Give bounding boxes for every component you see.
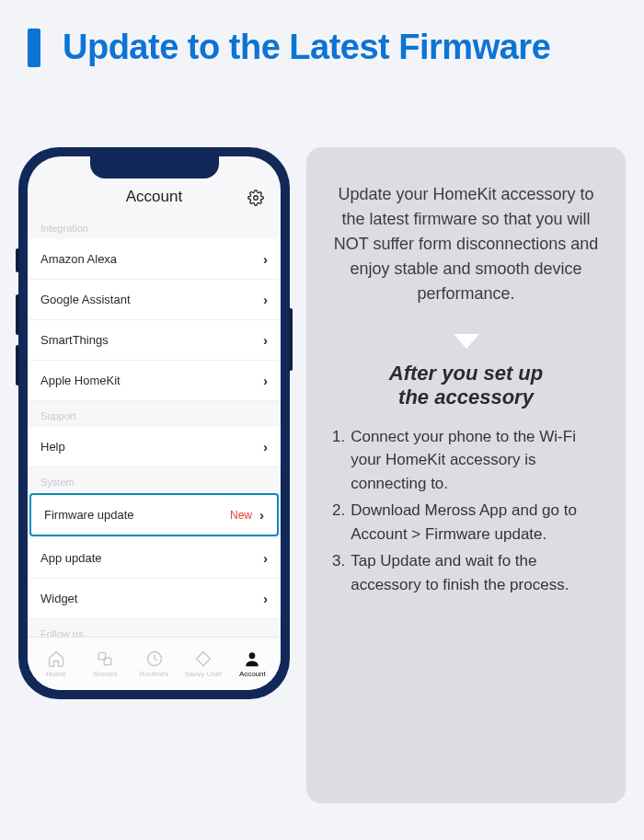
tab-label: Scenes (93, 670, 118, 678)
step-text: Tap Update and wait fo the accessory to … (351, 549, 604, 596)
list-item-app-update[interactable]: App update › (28, 538, 281, 579)
phone-side-button (289, 308, 293, 371)
phone-notch (90, 156, 219, 178)
tab-bar: Home Scenes Routines Savvy User Account (28, 637, 281, 690)
step-number: 2. (332, 499, 345, 546)
step-number: 1. (332, 425, 345, 496)
step-number: 3. (332, 549, 345, 596)
svg-point-4 (249, 652, 256, 659)
tab-home[interactable]: Home (31, 650, 80, 678)
phone-mockup: Account Integration Amazon Alexa › Googl… (18, 147, 290, 699)
phone-side-button (16, 294, 19, 335)
tab-savvy-user[interactable]: Savvy User (178, 650, 227, 678)
tab-label: Account (239, 670, 266, 678)
list-item-label: SmartThings (40, 333, 109, 347)
step-text: Connect your phone to the Wi-Fi your Hom… (351, 425, 604, 496)
list-item-label: Help (40, 440, 65, 454)
chevron-right-icon: › (263, 332, 268, 348)
step-text: Download Meross App and go to Account > … (351, 499, 604, 546)
diamond-icon (194, 650, 213, 668)
clock-icon (145, 650, 164, 668)
new-badge: New (230, 509, 252, 522)
phone-side-button (16, 345, 19, 385)
subtitle: After you set up the accessory (328, 362, 604, 410)
tab-account[interactable]: Account (228, 650, 277, 678)
chevron-right-icon: › (263, 439, 268, 455)
info-card: Update your HomeKit accessory to the lat… (306, 147, 626, 803)
screen-header-title: Account (126, 188, 182, 206)
scenes-icon (96, 650, 114, 668)
section-label-integration: Integration (28, 213, 281, 239)
chevron-right-icon: › (263, 251, 268, 267)
gear-icon[interactable] (247, 190, 264, 206)
list-item-label: Apple HomeKit (40, 374, 121, 387)
home-icon (47, 650, 65, 668)
chevron-right-icon: › (263, 550, 268, 566)
section-label-follow: Follow us (28, 619, 281, 637)
chevron-right-icon: › (263, 591, 268, 606)
section-label-support: Support (28, 401, 281, 427)
tab-label: Routines (140, 670, 169, 678)
list-item-google[interactable]: Google Assistant › (28, 280, 281, 320)
subtitle-line2: the accessory (398, 385, 534, 408)
tab-label: Home (46, 670, 65, 678)
list-item-homekit[interactable]: Apple HomeKit › (28, 361, 281, 401)
list-item-label: Google Assistant (40, 293, 131, 306)
page-title: Update to the Latest Firmware (63, 28, 550, 67)
step-2: 2. Download Meross App and go to Account… (332, 499, 604, 546)
phone-side-button (16, 248, 19, 272)
list-item-help[interactable]: Help › (28, 427, 281, 467)
tab-label: Savvy User (184, 670, 222, 678)
phone-screen: Account Integration Amazon Alexa › Googl… (28, 156, 281, 690)
chevron-right-icon: › (259, 507, 264, 523)
svg-point-0 (254, 196, 259, 201)
title-accent-bar (28, 29, 40, 67)
chevron-right-icon: › (263, 373, 268, 388)
tab-scenes[interactable]: Scenes (80, 650, 129, 678)
intro-text: Update your HomeKit accessory to the lat… (328, 182, 604, 306)
scroll-area[interactable]: Integration Amazon Alexa › Google Assist… (28, 213, 281, 637)
step-3: 3. Tap Update and wait fo the accessory … (332, 549, 604, 596)
person-icon (243, 650, 261, 668)
list-item-smartthings[interactable]: SmartThings › (28, 320, 281, 361)
triangle-down-icon (454, 334, 479, 349)
list-item-label: App update (40, 551, 102, 565)
list-item-label: Amazon Alexa (40, 252, 117, 266)
list-item-label: Firmware update (44, 508, 134, 522)
list-item-alexa[interactable]: Amazon Alexa › (28, 239, 281, 280)
list-item-widget[interactable]: Widget › (28, 579, 281, 619)
chevron-right-icon: › (263, 292, 268, 307)
steps-list: 1. Connect your phone to the Wi-Fi your … (328, 425, 604, 601)
page-heading-row: Update to the Latest Firmware (0, 0, 644, 67)
step-1: 1. Connect your phone to the Wi-Fi your … (332, 425, 604, 496)
subtitle-line1: After you set up (389, 362, 543, 385)
list-item-label: Widget (40, 592, 77, 605)
list-item-right: New › (230, 507, 264, 523)
tab-routines[interactable]: Routines (130, 650, 178, 678)
section-label-system: System (28, 467, 281, 493)
list-item-firmware-update[interactable]: Firmware update New › (29, 493, 279, 536)
content-row: Account Integration Amazon Alexa › Googl… (18, 147, 626, 803)
